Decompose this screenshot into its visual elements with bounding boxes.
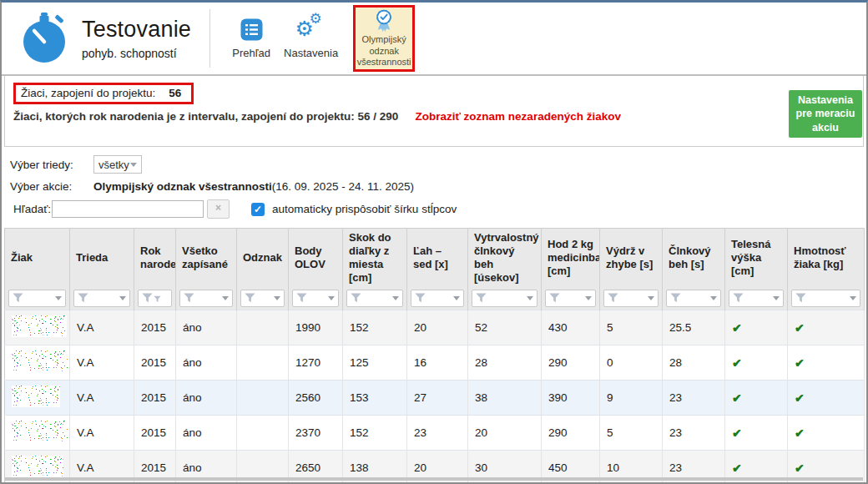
list-icon <box>240 18 263 41</box>
cell-8: 28 <box>468 345 542 381</box>
interval-info-line: Žiaci, ktorých rok narodenia je z interv… <box>13 110 855 123</box>
column-filter-8[interactable] <box>472 290 537 307</box>
column-header-12[interactable]: Telesná výška [cm] <box>725 229 788 287</box>
cell-6: 125 <box>343 345 407 381</box>
app-title: Testovanie <box>82 17 191 43</box>
funnel-clear-icon <box>154 295 161 303</box>
cell-8: 52 <box>468 310 542 345</box>
cell-7: 27 <box>407 381 468 416</box>
column-filter-13[interactable] <box>791 290 860 307</box>
funnel-icon <box>608 293 618 303</box>
students-grid: ŽiakTriedaRok narodeniaVšetko zapísanéOd… <box>4 228 864 484</box>
column-filter-6[interactable] <box>346 290 403 307</box>
nav-item-prehlad[interactable]: Prehľad <box>225 18 277 59</box>
column-header-6[interactable]: Skok do diaľky z miesta [cm] <box>343 229 407 287</box>
table-row[interactable]: V.A2015áno12701251628290028✔✔ <box>5 345 865 381</box>
nav-label-nastavenia: Nastavenia <box>284 47 338 59</box>
filters-panel: Výber triedy: všetky Výber akcie: Olympi… <box>2 147 866 224</box>
column-header-2[interactable]: Rok narodenia <box>134 229 176 287</box>
unassigned-students-link[interactable]: Zobraziť zoznam nezaradených žiakov <box>415 110 621 123</box>
cell-3: áno <box>176 381 237 416</box>
funnel-icon <box>733 293 744 303</box>
cell-13: ✔ <box>788 310 865 345</box>
cell-11: 28 <box>663 345 725 381</box>
measure-action-settings-button[interactable]: Nastavenia pre meraciu akciu <box>789 90 862 138</box>
cell-10: 5 <box>600 416 663 451</box>
cell-4 <box>237 310 289 345</box>
table-row[interactable]: V.A2015áno25601532738390923✔✔ <box>5 381 865 416</box>
nav-label-olympijsky-odznak: Olympijský odznak všestrannosti <box>357 34 411 68</box>
nav-item-olympijsky-odznak[interactable]: Olympijský odznak všestrannosti <box>353 5 415 72</box>
cell-6: 153 <box>343 381 407 416</box>
chevron-down-icon <box>55 296 62 300</box>
cell-4 <box>237 416 289 451</box>
column-filter-7[interactable] <box>411 290 464 307</box>
chevron-down-icon <box>453 296 460 300</box>
cell-2: 2015 <box>134 416 176 451</box>
chevron-down-icon <box>274 296 280 300</box>
chevron-down-icon <box>648 296 654 300</box>
column-filter-5[interactable] <box>292 290 339 307</box>
cell-6: 152 <box>343 310 407 345</box>
column-filter-4[interactable] <box>240 290 285 307</box>
column-header-10[interactable]: Výdrž v zhybe [s] <box>600 229 663 287</box>
title-block: Testovanie pohyb. schopností <box>82 17 191 60</box>
column-header-3[interactable]: Všetko zapísané <box>176 229 237 287</box>
funnel-icon <box>13 293 23 303</box>
column-header-1[interactable]: Trieda <box>70 229 134 287</box>
search-input[interactable] <box>52 200 204 218</box>
column-header-8[interactable]: Vytrvalostný člnkový beh [úsekov] <box>468 229 542 287</box>
cell-ziak <box>5 310 70 345</box>
column-filter-10[interactable] <box>603 290 659 307</box>
action-name: Olympijský odznak všestrannosti <box>93 180 272 193</box>
column-filter-2[interactable] <box>138 290 172 307</box>
column-header-7[interactable]: Ľah – sed [x] <box>407 229 468 287</box>
column-header-4[interactable]: Odznak <box>237 229 289 287</box>
cell-5: 1990 <box>289 310 343 345</box>
cell-ziak <box>5 416 70 451</box>
cell-1: V.A <box>70 381 134 416</box>
column-filter-11[interactable] <box>666 290 721 307</box>
chevron-down-icon <box>710 296 717 300</box>
chevron-down-icon <box>392 296 399 300</box>
cell-9: 390 <box>542 381 600 416</box>
cell-10: 5 <box>600 310 663 345</box>
cell-9: 290 <box>542 345 600 381</box>
cell-3: áno <box>176 310 237 345</box>
column-filter-1[interactable] <box>73 290 130 307</box>
column-filter-0[interactable] <box>8 290 66 307</box>
column-filter-3[interactable] <box>179 290 233 307</box>
autofit-checkbox[interactable]: ✓ <box>251 203 265 216</box>
column-header-11[interactable]: Člnkový beh [s] <box>663 229 725 287</box>
table-row[interactable]: V.A2015áno23701522320290523✔✔ <box>5 416 865 451</box>
chevron-down-icon <box>850 296 856 300</box>
search-label: Hľadať: <box>13 203 52 215</box>
column-filter-12[interactable] <box>729 290 784 307</box>
cell-10: 9 <box>600 381 663 416</box>
nav-item-nastavenia[interactable]: ⚙⚙ Nastavenia <box>284 18 338 59</box>
cell-12: ✔ <box>725 310 788 345</box>
cell-13: ✔ <box>788 345 865 381</box>
cell-1: V.A <box>70 416 134 451</box>
cell-4 <box>237 345 289 381</box>
cell-8: 20 <box>468 416 542 451</box>
column-header-9[interactable]: Hod 2 kg medicinbal [cm] <box>542 229 600 287</box>
horizontal-scrollbar[interactable] <box>5 477 863 481</box>
column-header-0[interactable]: Žiak <box>5 229 70 287</box>
class-select[interactable]: všetky <box>93 155 142 174</box>
funnel-icon <box>670 293 681 303</box>
clear-search-button[interactable]: × <box>207 199 230 219</box>
rosette-badge-icon <box>371 9 396 32</box>
table-row[interactable]: V.A2015áno19901522052430525.5✔✔ <box>5 310 865 345</box>
pixelated-name <box>12 421 70 442</box>
column-header-13[interactable]: Hmotnosť žiaka [kg] <box>788 229 865 287</box>
column-filter-9[interactable] <box>545 290 596 307</box>
app-window: Testovanie pohyb. schopností Prehľad ⚙⚙ … <box>0 0 868 484</box>
column-header-5[interactable]: Body OLOV <box>289 229 343 287</box>
chevron-down-icon <box>119 296 126 300</box>
cell-12: ✔ <box>725 381 788 416</box>
chevron-down-icon <box>222 296 229 300</box>
cell-5: 2370 <box>289 416 343 451</box>
project-count-value: 56 <box>169 87 181 99</box>
cell-10: 0 <box>600 345 663 381</box>
